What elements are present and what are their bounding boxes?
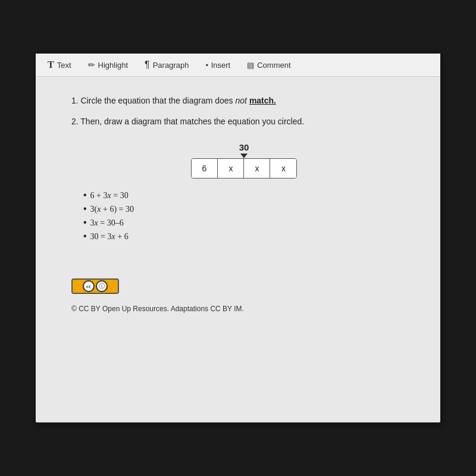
document-container: T Text ✏ Highlight ¶ Paragraph ▪ Insert … [36, 54, 440, 422]
toolbar-insert-label: Insert [211, 61, 231, 70]
insert-icon: ▪ [205, 61, 208, 69]
bullet-2: • [83, 204, 87, 214]
diagram-arrow [240, 154, 248, 158]
main-content: 1. Circle the equation that the diagram … [36, 77, 440, 269]
toolbar-text[interactable]: T Text [48, 60, 71, 70]
diagram-area: 30 6 x x x [71, 142, 416, 178]
diagram-cell-x2: x [244, 159, 270, 178]
toolbar-highlight-label: Highlight [98, 61, 129, 70]
diagram-total-label: 30 [239, 142, 249, 152]
diagram-table: 6 x x x [191, 158, 298, 178]
bullet-3: • [83, 218, 87, 227]
toolbar: T Text ✏ Highlight ¶ Paragraph ▪ Insert … [36, 54, 440, 77]
equation-text-1: 6 + 3x = 30 [90, 191, 129, 201]
cc-icon: cc [83, 280, 95, 292]
toolbar-text-label: Text [57, 61, 71, 70]
cc-badge-area: cc ⓘ [36, 269, 440, 302]
paragraph-icon: ¶ [145, 60, 150, 70]
copyright-text: © CC BY Open Up Resources. Adaptations C… [36, 305, 440, 325]
diagram-cell-x3: x [270, 159, 296, 178]
diagram-cell-6: 6 [192, 159, 218, 178]
equation-item-2: • 3(x + 6) = 30 [83, 204, 416, 214]
equation-text-3: 3x = 30–6 [90, 218, 124, 228]
cc-license-badge: cc ⓘ [71, 278, 119, 294]
equations-list: • 6 + 3x = 30 • 3(x + 6) = 30 • 3x = 30–… [83, 190, 416, 242]
question-2: 2. Then, draw a diagram that matches the… [71, 115, 416, 128]
equation-item-1: • 6 + 3x = 30 [83, 190, 416, 201]
toolbar-highlight[interactable]: ✏ Highlight [88, 60, 129, 70]
toolbar-comment[interactable]: ▤ Comment [247, 61, 290, 70]
text-icon: T [48, 60, 54, 70]
equation-text-2: 3(x + 6) = 30 [90, 205, 134, 214]
diagram-cell-x1: x [218, 159, 244, 178]
question-1: 1. Circle the equation that the diagram … [71, 95, 416, 107]
toolbar-insert[interactable]: ▪ Insert [205, 61, 230, 70]
toolbar-comment-label: Comment [257, 61, 290, 70]
equation-item-4: • 30 = 3x + 6 [83, 231, 416, 242]
cc-by-icon: ⓘ [96, 280, 108, 292]
equation-item-3: • 3x = 30–6 [83, 218, 416, 228]
highlight-icon: ✏ [88, 60, 95, 70]
equation-text-4: 30 = 3x + 6 [90, 232, 129, 242]
bullet-1: • [83, 190, 87, 200]
comment-icon: ▤ [247, 61, 254, 70]
toolbar-paragraph[interactable]: ¶ Paragraph [145, 60, 189, 70]
toolbar-paragraph-label: Paragraph [153, 61, 189, 70]
bullet-4: • [83, 231, 87, 241]
